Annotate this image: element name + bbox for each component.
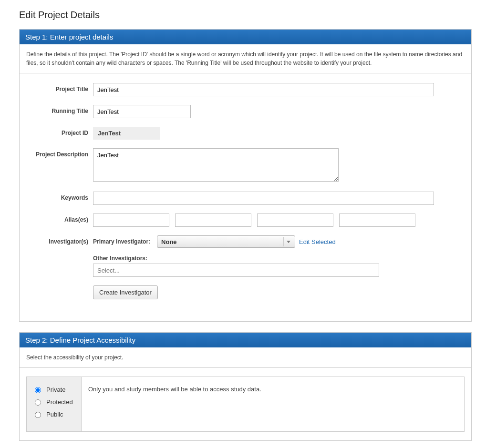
alias-input-2[interactable] [175,214,251,227]
accessibility-group: Private Protected Public Only you and st… [26,377,465,432]
primary-investigator-select[interactable]: None [157,235,295,248]
label-project-title: Project Title [26,83,93,92]
alias-input-1[interactable] [93,214,169,227]
radio-private-input[interactable] [35,387,41,393]
step2-body: Private Protected Public Only you and st… [20,368,471,440]
step1-description: Define the details of this project. The … [20,44,471,73]
step2-header: Step 2: Define Project Accessibility [20,333,471,347]
step1-header: Step 1: Enter project details [20,30,471,44]
project-description-input[interactable]: JenTest [93,148,339,182]
label-running-title: Running Title [26,105,93,114]
label-project-id: Project ID [26,127,93,136]
project-id-value: JenTest [93,127,160,140]
radio-protected-label: Protected [46,398,73,406]
radio-public-input[interactable] [35,412,41,418]
keywords-input[interactable] [93,192,434,205]
radio-private-label: Private [46,386,65,393]
radio-public[interactable]: Public [32,410,75,418]
radio-public-label: Public [46,411,63,418]
step2-panel: Step 2: Define Project Accessibility Sel… [19,332,472,441]
label-primary-investigator: Primary Investigator: [93,238,150,245]
radio-protected-input[interactable] [35,399,41,406]
create-investigator-button[interactable]: Create Investigator [93,285,158,299]
radio-protected[interactable]: Protected [32,398,75,406]
radio-private[interactable]: Private [32,386,75,393]
project-title-input[interactable] [93,83,434,96]
other-investigators-input[interactable] [93,264,379,277]
alias-input-4[interactable] [339,214,415,227]
page-title: Edit Project Details [19,10,472,20]
label-keywords: Keywords [26,192,93,201]
chevron-down-icon [283,237,293,246]
label-other-investigators: Other Investigators: [93,255,147,262]
alias-input-3[interactable] [257,214,333,227]
label-project-description: Project Description [26,148,93,158]
accessibility-options: Private Protected Public [27,377,82,431]
running-title-input[interactable] [93,105,191,118]
primary-investigator-selected: None [161,238,177,245]
label-aliases: Alias(es) [26,214,93,223]
label-investigators: Investigator(s) [26,235,93,245]
step1-body: Project Title Running Title Project ID J… [20,73,471,321]
step1-panel: Step 1: Enter project details Define the… [19,29,472,322]
accessibility-description: Only you and study members will be able … [82,377,464,431]
edit-selected-link[interactable]: Edit Selected [299,238,336,245]
step2-description: Select the accessibility of your project… [20,347,471,368]
